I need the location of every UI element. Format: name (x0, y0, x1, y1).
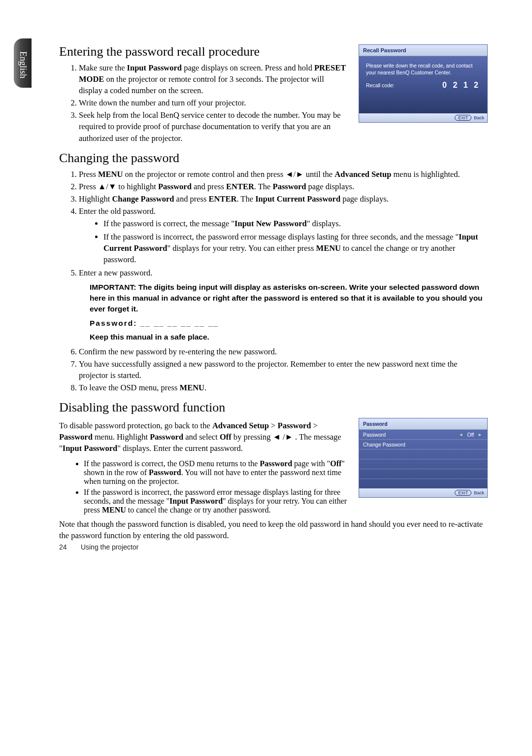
disable-note: Note that though the password function i… (59, 518, 488, 541)
list-item: Press MENU on the projector or remote co… (79, 169, 488, 180)
content-area: Recall Password Please write down the re… (59, 44, 488, 541)
password-osd: Password Password ◄ Off ► Change Passwor… (359, 418, 488, 498)
changing-steps: Press MENU on the projector or remote co… (59, 169, 488, 394)
osd-title: Password (359, 418, 487, 430)
right-arrow-icon[interactable]: ► (477, 432, 483, 437)
back-label: Back (474, 490, 484, 495)
osd-info-text: Please write down the recall code, and c… (366, 62, 480, 76)
back-label: Back (474, 115, 484, 120)
list-item: If the password is incorrect, the passwo… (103, 231, 488, 265)
list-item: Enter the old password. If the password … (79, 206, 488, 265)
footer-label: Using the projector (81, 543, 139, 551)
list-item: To leave the OSD menu, press MENU. (79, 382, 488, 393)
left-arrow-icon[interactable]: ◄ (458, 432, 464, 437)
osd-row-change-password[interactable]: Change Password (359, 440, 487, 449)
page-footer: 24 Using the projector (59, 543, 138, 551)
list-item: If the password is correct, the message … (103, 218, 488, 229)
password-blank-line: Password: __ __ __ __ __ __ (90, 318, 488, 329)
off-value: Off (467, 432, 474, 438)
list-item: You have successfully assigned a new pas… (79, 358, 488, 381)
osd-row-password[interactable]: Password ◄ Off ► (359, 430, 487, 440)
language-tab: English (14, 38, 32, 88)
list-item: Press ▲/▼ to highlight Password and pres… (79, 181, 488, 192)
exit-button[interactable]: EXIT (455, 490, 471, 496)
osd-row-empty (359, 469, 487, 479)
section-heading-changing: Changing the password (59, 151, 488, 166)
recall-password-osd: Recall Password Please write down the re… (359, 44, 488, 123)
keep-note: Keep this manual in a safe place. (90, 332, 488, 343)
osd-row-empty (359, 449, 487, 459)
osd-row-empty (359, 459, 487, 469)
list-item: Confirm the new password by re-entering … (79, 346, 488, 357)
list-item: Highlight Change Password and press ENTE… (79, 193, 488, 205)
recall-code-value: 0 2 1 2 (442, 81, 480, 90)
recall-code-label: Recall code: (366, 82, 395, 88)
list-item: Enter a new password. IMPORTANT: The dig… (79, 267, 488, 343)
osd-title: Recall Password (359, 45, 487, 56)
page: English Recall Password Please write dow… (0, 0, 532, 576)
osd-row-empty (359, 479, 487, 488)
page-number: 24 (59, 543, 79, 551)
important-note: IMPORTANT: The digits being input will d… (90, 282, 488, 315)
section-heading-disabling: Disabling the password function (59, 400, 488, 415)
exit-button[interactable]: EXIT (455, 115, 471, 121)
